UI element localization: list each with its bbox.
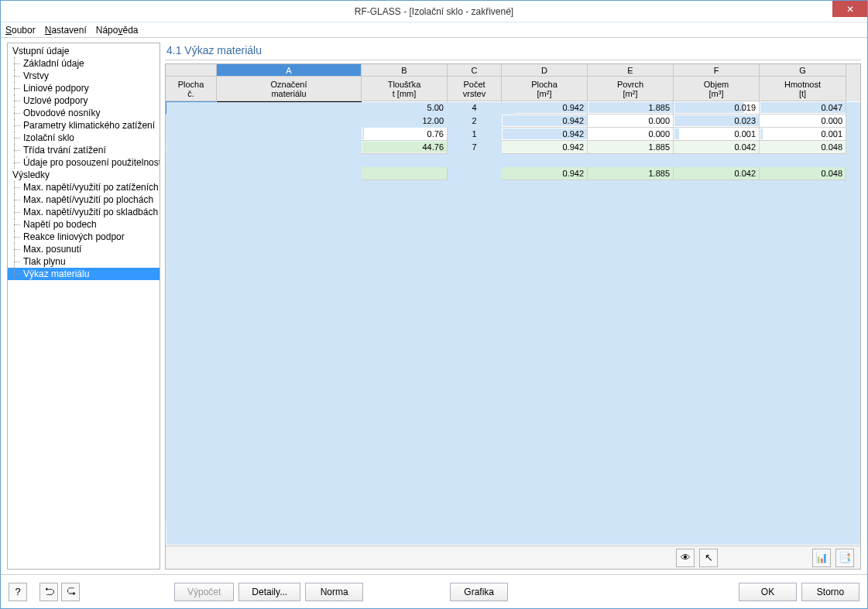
tree-item[interactable]: Třída trvání zatížení xyxy=(8,144,160,156)
tree-item[interactable]: Max. napětí/využití po plochách xyxy=(8,193,160,206)
cell-volume[interactable]: 0.001 xyxy=(674,128,760,141)
titlebar: RF-GLASS - [Izolační sklo - zakřivené] ✕ xyxy=(1,1,867,22)
details-button[interactable]: Detaily... xyxy=(238,583,300,601)
tree-item[interactable]: Vrstvy xyxy=(8,70,160,82)
cell-surface[interactable]: 0.000 xyxy=(588,128,674,141)
tree-item[interactable]: Údaje pro posouzení použitelnosti xyxy=(8,156,160,169)
grid-body[interactable]: 1 Tepelně tvrzené plavené sklo 5.00 4 0.… xyxy=(166,101,860,546)
cell-count[interactable]: 2 xyxy=(448,115,502,128)
col-letter-g[interactable]: G xyxy=(760,64,846,77)
tree-item-selected[interactable]: Výkaz materiálu xyxy=(8,268,160,280)
cell-area[interactable]: 0.942 xyxy=(502,167,588,180)
col-letter-a[interactable]: A xyxy=(217,64,362,77)
excel-icon[interactable]: 📑 xyxy=(835,549,854,567)
cell-surface[interactable]: 1.885 xyxy=(588,101,674,115)
cell-volume[interactable]: 0.042 xyxy=(674,141,760,154)
export-icon[interactable]: 📊 xyxy=(812,549,831,567)
tree-item[interactable]: Napětí po bodech xyxy=(8,218,160,231)
window-title: RF-GLASS - [Izolační sklo - zakřivené] xyxy=(355,6,513,17)
grid-header-labels: Plocha č. Označenímateriálu Tloušťkat [m… xyxy=(166,77,860,101)
tree-panel[interactable]: Vstupní údaje Základní údaje Vrstvy Lini… xyxy=(7,43,160,570)
prev-icon[interactable]: ⮌ xyxy=(39,583,58,601)
col-head-count: Početvrstev xyxy=(448,77,502,101)
col-letter-b[interactable]: B xyxy=(362,64,448,77)
tree-item[interactable]: Uzlové podpory xyxy=(8,94,160,107)
menubar: Soubor Nastavení Nápověda xyxy=(1,22,867,38)
cell-surface[interactable]: 1.885 xyxy=(588,141,674,154)
main-window: RF-GLASS - [Izolační sklo - zakřivené] ✕… xyxy=(0,0,868,609)
tree-group-input[interactable]: Vstupní údaje xyxy=(8,45,160,57)
col-head-volume: Objem[m³] xyxy=(674,77,760,101)
cancel-button[interactable]: Storno xyxy=(801,583,859,601)
grid-corner-label: Plocha č. xyxy=(166,77,217,101)
panel-title: 4.1 Výkaz materiálu xyxy=(165,43,861,60)
help-icon[interactable]: ? xyxy=(9,583,27,601)
cell-thickness[interactable]: 0.76 xyxy=(362,128,448,141)
close-button[interactable]: ✕ xyxy=(832,1,867,17)
ok-button[interactable]: OK xyxy=(739,583,797,601)
tree-group-results[interactable]: Výsledky xyxy=(8,169,160,181)
eye-icon[interactable]: 👁 xyxy=(676,549,695,567)
body-area: Vstupní údaje Základní údaje Vrstvy Lini… xyxy=(1,38,867,574)
calc-button[interactable]: Výpočet xyxy=(174,583,234,601)
cell-surface[interactable]: 1.885 xyxy=(588,167,674,180)
col-head-thickness: Tloušťkat [mm] xyxy=(362,77,448,101)
cell-area[interactable]: 0.942 xyxy=(502,101,588,115)
cell-mass[interactable]: 0.048 xyxy=(760,167,846,180)
cell-volume[interactable]: 0.019 xyxy=(674,101,760,115)
grid-corner xyxy=(166,64,217,77)
menu-file[interactable]: Soubor xyxy=(5,25,36,36)
cell-area[interactable]: 0.942 xyxy=(502,141,588,154)
cell-area[interactable]: 0.942 xyxy=(502,115,588,128)
col-head-area: Plocha[m²] xyxy=(502,77,588,101)
cell-mass[interactable]: 0.048 xyxy=(760,141,846,154)
cell-mass[interactable]: 0.001 xyxy=(760,128,846,141)
right-panel: 4.1 Výkaz materiálu A B C D E F G Plocha xyxy=(165,43,861,570)
col-head-name: Označenímateriálu xyxy=(217,77,362,101)
col-head-mass: Hmotnost[t] xyxy=(760,77,846,101)
menu-help[interactable]: Nápověda xyxy=(96,25,139,36)
cell-volume[interactable]: 0.042 xyxy=(674,167,760,180)
footer: ? ⮌ ⮎ Výpočet Detaily... Norma Grafika O… xyxy=(1,574,867,608)
tree-item[interactable]: Základní údaje xyxy=(8,57,160,70)
tree-item[interactable]: Max. napětí/využití po zatíženích xyxy=(8,181,160,193)
graphics-button[interactable]: Grafika xyxy=(450,583,508,601)
menu-settings[interactable]: Nastavení xyxy=(45,25,87,36)
cell-volume[interactable]: 0.023 xyxy=(674,115,760,128)
tree-item[interactable]: Max. posunutí xyxy=(8,243,160,255)
tree-item[interactable]: Obvodové nosníky xyxy=(8,107,160,119)
tree-item[interactable]: Liniové podpory xyxy=(8,82,160,94)
col-head-surface: Povrch[m²] xyxy=(588,77,674,101)
tree-item[interactable]: Max. napětí/využití po skladbách xyxy=(8,206,160,218)
cell-area[interactable]: 0.942 xyxy=(502,128,588,141)
grid-toolbar: 👁 ↖ 📊 📑 xyxy=(166,546,860,569)
cell-thickness[interactable]: 44.76 xyxy=(362,141,448,154)
tree-item[interactable]: Tlak plynu xyxy=(8,255,160,268)
cell-mass[interactable]: 0.047 xyxy=(760,101,846,115)
col-letter-d[interactable]: D xyxy=(502,64,588,77)
tree-item[interactable]: Parametry klimatického zatížení xyxy=(8,119,160,132)
cell-mass[interactable]: 0.000 xyxy=(760,115,846,128)
cell-surface[interactable]: 0.000 xyxy=(588,115,674,128)
tree-item[interactable]: Reakce liniových podpor xyxy=(8,231,160,243)
col-letter-f[interactable]: F xyxy=(674,64,760,77)
norm-button[interactable]: Norma xyxy=(305,583,363,601)
col-letter-e[interactable]: E xyxy=(588,64,674,77)
grid-header-letters: A B C D E F G xyxy=(166,64,860,77)
tree-item[interactable]: Izolační sklo xyxy=(8,132,160,144)
pointer-icon[interactable]: ↖ xyxy=(699,549,718,567)
grid: A B C D E F G Plocha č. Označenímateriál… xyxy=(165,63,861,570)
table-row[interactable]: PVB při 22 °C zatížené do 3 min 0.76 1 0… xyxy=(166,128,860,141)
next-icon[interactable]: ⮎ xyxy=(61,583,80,601)
col-letter-c[interactable]: C xyxy=(448,64,502,77)
